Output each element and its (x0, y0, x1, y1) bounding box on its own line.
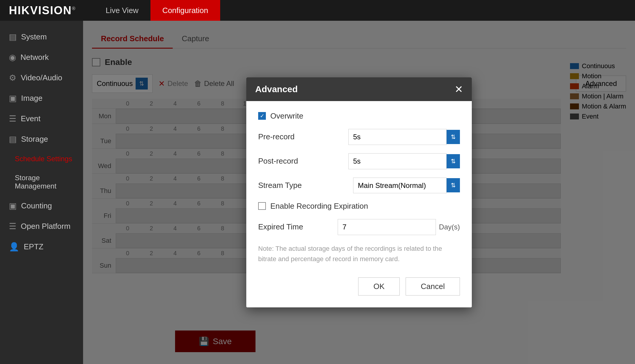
logo-text: HIK (9, 4, 30, 17)
stream-type-select[interactable]: Main Stream(Normal) (353, 178, 447, 193)
expired-time-label: Expired Time (258, 222, 332, 232)
expired-time-unit: Day(s) (439, 223, 460, 231)
modal-overlay: Advanced ✕ ✓ Overwrite Pre-record (83, 21, 635, 364)
logo-text2: VISION (30, 4, 72, 17)
counting-icon: ▣ (9, 201, 17, 211)
sidebar-item-storage[interactable]: ▤ Storage (0, 129, 83, 149)
sidebar-item-counting[interactable]: ▣ Counting (0, 196, 83, 216)
sidebar-item-system[interactable]: ▤ System (0, 27, 83, 47)
sidebar-label-image: Image (21, 94, 42, 103)
post-record-input[interactable] (348, 153, 447, 169)
sidebar-label-event: Event (21, 114, 41, 123)
sidebar-item-video-audio[interactable]: ⚙ Video/Audio (0, 68, 83, 88)
modal-close-button[interactable]: ✕ (455, 83, 463, 95)
overwrite-checkbox[interactable]: ✓ (258, 112, 266, 120)
expired-time-input[interactable] (338, 219, 436, 235)
sidebar-item-network[interactable]: ◉ Network (0, 47, 83, 68)
event-icon: ☰ (9, 114, 16, 124)
layout: ▤ System ◉ Network ⚙ Video/Audio ▣ Image… (0, 21, 635, 364)
modal-footer: OK Cancel (258, 274, 460, 297)
sidebar: ▤ System ◉ Network ⚙ Video/Audio ▣ Image… (0, 21, 83, 364)
sidebar-item-storage-management[interactable]: Storage Management (0, 168, 83, 196)
enable-expiration-row: Enable Recording Expiration (258, 202, 460, 211)
sidebar-item-image[interactable]: ▣ Image (0, 88, 83, 108)
note-text: Note: The actual storage days of the rec… (258, 243, 460, 264)
pre-record-spinner[interactable]: ⇅ (447, 130, 460, 144)
stream-type-spinner[interactable]: ⇅ (447, 178, 460, 192)
advanced-modal: Advanced ✕ ✓ Overwrite Pre-record (246, 77, 472, 307)
expired-time-input-wrap: Day(s) (338, 219, 460, 235)
sidebar-item-schedule-settings[interactable]: Schedule Settings (0, 149, 83, 168)
overwrite-label: Overwrite (270, 111, 303, 121)
post-record-spinner[interactable]: ⇅ (447, 154, 460, 168)
system-icon: ▤ (9, 32, 17, 42)
expired-time-row: Expired Time Day(s) (258, 219, 460, 235)
sidebar-label-counting: Counting (21, 201, 52, 210)
sidebar-label-schedule-settings: Schedule Settings (15, 155, 72, 163)
stream-type-label: Stream Type (258, 181, 347, 190)
sidebar-label-eptz: EPTZ (24, 242, 43, 251)
main-content: Record Schedule Capture Enable Continuou… (83, 21, 635, 364)
pre-record-label: Pre-record (258, 132, 342, 141)
post-record-input-wrap: ⇅ (348, 153, 460, 169)
enable-expiration-label: Enable Recording Expiration (270, 202, 368, 211)
pre-record-input-wrap: ⇅ (348, 129, 460, 145)
post-record-label: Post-record (258, 157, 342, 166)
video-audio-icon: ⚙ (9, 73, 16, 83)
sidebar-label-storage-management: Storage Management (15, 174, 74, 190)
top-nav: HIKVISION® Live View Configuration (0, 0, 635, 21)
sidebar-item-eptz[interactable]: 👤 EPTZ (0, 237, 83, 257)
network-icon: ◉ (9, 52, 16, 62)
sidebar-item-open-platform[interactable]: ☰ Open Platform (0, 216, 83, 237)
sidebar-item-event[interactable]: ☰ Event (0, 108, 83, 129)
ok-button[interactable]: OK (358, 277, 400, 296)
modal-title: Advanced (255, 84, 298, 94)
stream-type-row: Stream Type Main Stream(Normal) ⇅ (258, 178, 460, 193)
modal-header: Advanced ✕ (246, 77, 472, 101)
sidebar-label-system: System (21, 32, 47, 41)
nav-items: Live View Configuration (94, 0, 220, 21)
open-platform-icon: ☰ (9, 221, 16, 231)
enable-expiration-checkbox[interactable] (258, 202, 266, 210)
logo: HIKVISION® (9, 4, 76, 17)
sidebar-label-open-platform: Open Platform (21, 222, 71, 231)
pre-record-row: Pre-record ⇅ (258, 129, 460, 145)
sidebar-label-storage: Storage (21, 135, 48, 144)
eptz-icon: 👤 (9, 242, 19, 252)
image-icon: ▣ (9, 93, 17, 103)
sidebar-label-video-audio: Video/Audio (21, 73, 62, 82)
nav-configuration[interactable]: Configuration (150, 0, 220, 21)
stream-type-select-wrap: Main Stream(Normal) ⇅ (353, 178, 460, 193)
storage-icon: ▤ (9, 134, 17, 144)
modal-body: ✓ Overwrite Pre-record ⇅ Post-record (246, 101, 472, 307)
logo-reg: ® (72, 6, 76, 11)
cancel-button[interactable]: Cancel (406, 277, 460, 296)
pre-record-input[interactable] (348, 129, 447, 145)
sidebar-label-network: Network (20, 53, 49, 62)
overwrite-row: ✓ Overwrite (258, 111, 460, 121)
post-record-row: Post-record ⇅ (258, 153, 460, 169)
nav-live-view[interactable]: Live View (94, 0, 150, 21)
